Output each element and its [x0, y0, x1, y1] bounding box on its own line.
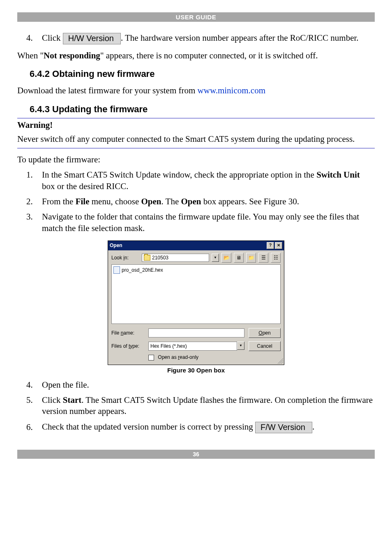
list-item: 4. Open the file.: [17, 379, 375, 391]
text-bold: Not responding: [44, 51, 100, 60]
text: Navigate to the folder that contains the…: [42, 211, 375, 234]
paragraph: To update the firmware:: [17, 154, 375, 165]
text: When ": [17, 51, 44, 60]
file-name: pro_osd_20hE.hex: [122, 267, 163, 273]
list-number: 4.: [17, 379, 42, 391]
dropdown-icon[interactable]: ▼: [237, 342, 244, 350]
checkbox-icon[interactable]: [148, 355, 154, 361]
paragraph: Download the latest firmware for your sy…: [17, 85, 375, 96]
text: . The: [161, 196, 181, 206]
paragraph: When "Not responding" appears, there is …: [17, 50, 375, 61]
lookin-value: 210503: [152, 255, 208, 261]
dropdown-icon[interactable]: ▼: [212, 254, 219, 262]
new-folder-button[interactable]: 📁: [246, 253, 256, 263]
text: . The hardware version number appears af…: [121, 33, 359, 43]
text-bold: Switch Unit: [316, 170, 360, 180]
open-button[interactable]: Open: [249, 328, 281, 338]
text: Open the file.: [42, 379, 375, 391]
close-button[interactable]: ✕: [275, 242, 282, 249]
list-number: 1.: [17, 169, 42, 192]
figure-caption: Figure 30 Open box: [17, 367, 375, 374]
text: From the: [42, 196, 76, 206]
lookin-label: Look in:: [111, 255, 139, 261]
file-item[interactable]: pro_osd_20hE.hex: [113, 266, 279, 274]
warning-box: Warning! Never switch off any computer c…: [17, 118, 375, 148]
list-number: 4.: [17, 32, 42, 44]
text-bold: Open: [181, 196, 201, 206]
text-bold: File: [76, 196, 90, 206]
list-number: 5.: [17, 395, 42, 417]
text-bold: Start: [63, 395, 82, 405]
hex-file-icon: [113, 266, 120, 274]
list-number: 3.: [17, 211, 42, 234]
help-button[interactable]: ?: [267, 242, 274, 249]
text-bold: Open: [141, 196, 161, 206]
dialog-title: Open: [110, 243, 266, 248]
text: box appears. See Figure 30.: [201, 196, 300, 206]
list-item: 1. In the Smart CAT5 Switch Update windo…: [17, 169, 375, 192]
dialog-titlebar[interactable]: Open ? ✕: [108, 241, 284, 250]
details-icon: ☷: [274, 255, 278, 261]
hw-version-button[interactable]: H/W Version: [63, 33, 121, 44]
list-view-button[interactable]: ☰: [258, 253, 268, 263]
new-folder-icon: 📁: [248, 255, 254, 261]
list-item: 5. Click Start. The Smart CAT5 Switch Up…: [17, 395, 375, 417]
cancel-button[interactable]: Cancel: [249, 341, 281, 351]
folder-up-icon: 📂: [224, 255, 230, 261]
fw-version-button[interactable]: F/W Version: [255, 422, 312, 433]
text: box or the desired RICC.: [42, 181, 129, 191]
text: menu, choose: [90, 196, 141, 206]
desktop-button[interactable]: 🖥: [234, 253, 244, 263]
warning-heading: Warning!: [17, 120, 375, 130]
text: " appears, there is no computer connecte…: [100, 51, 318, 60]
text: .: [312, 422, 314, 432]
list-number: 6.: [17, 422, 42, 433]
text: In the Smart CAT5 Switch Update window, …: [42, 170, 316, 180]
page-header: USER GUIDE: [17, 12, 375, 22]
text: Download the latest firmware for your sy…: [17, 86, 198, 95]
text: Check that the updated version number is…: [42, 422, 255, 432]
list-item: 6. Check that the updated version number…: [17, 421, 375, 433]
lookin-combo[interactable]: 210503: [142, 254, 209, 262]
section-heading-642: 6.4.2 Obtaining new firmware: [30, 69, 375, 79]
filename-label: File name:: [111, 330, 144, 336]
readonly-label: Open as read-only: [158, 354, 198, 360]
list-number: 2.: [17, 196, 42, 207]
list-icon: ☰: [261, 255, 266, 261]
section-heading-643: 6.4.3 Updating the firmware: [30, 104, 375, 115]
filename-input[interactable]: [148, 328, 244, 337]
list-item: 4. Click H/W Version. The hardware versi…: [17, 32, 375, 44]
filetype-label: Files of type:: [111, 343, 144, 349]
filetype-combo[interactable]: Hex Files (*.hex): [148, 342, 237, 351]
text: . The Smart CAT5 Switch Update flashes t…: [42, 395, 373, 416]
page-footer: 36: [17, 450, 375, 459]
list-item: 2. From the File menu, choose Open. The …: [17, 196, 375, 207]
text: Click: [42, 33, 63, 43]
folder-open-icon: [144, 255, 150, 261]
details-view-button[interactable]: ☷: [271, 253, 281, 263]
desktop-icon: 🖥: [236, 255, 241, 261]
readonly-checkbox-row[interactable]: Open as read-only: [148, 354, 244, 361]
resize-grip-icon[interactable]: [277, 358, 283, 364]
file-list[interactable]: pro_osd_20hE.hex: [111, 264, 281, 324]
link-minicom[interactable]: www.minicom.com: [198, 86, 265, 95]
warning-text: Never switch off any computer connected …: [17, 134, 375, 145]
list-item: 3. Navigate to the folder that contains …: [17, 211, 375, 234]
open-dialog: Open ? ✕ Look in: 210503 ▼ 📂 🖥: [108, 240, 284, 365]
text: Click: [42, 395, 63, 405]
up-one-level-button[interactable]: 📂: [221, 253, 231, 263]
